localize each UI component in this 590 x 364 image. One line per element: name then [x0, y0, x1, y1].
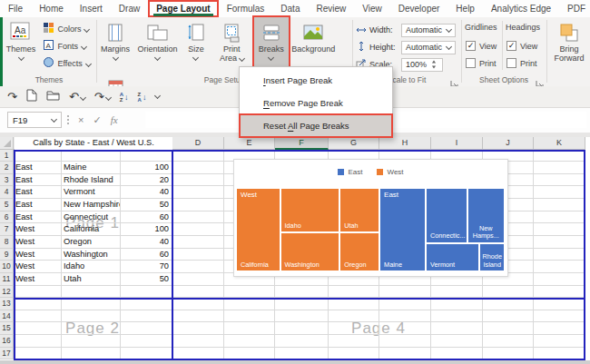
- customize-mode-button[interactable]: ↷: [7, 90, 17, 103]
- drag-handle-icon[interactable]: [67, 115, 69, 124]
- legend-item-east: East: [338, 168, 362, 176]
- treemap-tile-idaho[interactable]: Idaho: [280, 188, 340, 232]
- tab-review[interactable]: Review: [308, 0, 354, 17]
- sort-az-icon: ↓: [124, 93, 129, 102]
- treemap-tile-california[interactable]: WestCalifornia: [236, 188, 280, 271]
- gridlines-view-checkbox[interactable]: ✓View: [466, 38, 497, 54]
- effects-button[interactable]: Effects: [44, 55, 90, 71]
- column-header-j[interactable]: J: [483, 137, 534, 150]
- row-header-14[interactable]: 14: [0, 310, 14, 323]
- row-header-8[interactable]: 8: [0, 236, 14, 249]
- tab-formulas[interactable]: Formulas: [219, 0, 273, 17]
- treemap-tile-rhode-island[interactable]: Rhode Island: [479, 243, 505, 271]
- breaks-button[interactable]: Breaks: [254, 17, 289, 74]
- row-header-6[interactable]: 6: [0, 212, 14, 224]
- tab-developer[interactable]: Developer: [390, 0, 448, 17]
- themes-button[interactable]: Aa Themes: [2, 17, 40, 74]
- row-header-12[interactable]: 12: [0, 286, 14, 299]
- background-button[interactable]: Background: [292, 17, 334, 74]
- row-header-5[interactable]: 5: [0, 199, 14, 212]
- tab-insert[interactable]: Insert: [72, 0, 111, 17]
- qat-overflow-button[interactable]: [155, 95, 160, 98]
- sort-ascending-button[interactable]: AZ↓: [120, 92, 129, 103]
- sort-descending-button[interactable]: ZA↓: [138, 92, 147, 103]
- width-label: Width:: [369, 25, 398, 34]
- sheet-options-dialog-launcher-icon[interactable]: [536, 75, 545, 84]
- colors-button[interactable]: Colors: [44, 21, 90, 36]
- column-header-d[interactable]: D: [172, 137, 224, 150]
- menu-item-reset-all-page-breaks[interactable]: Reset All Page Breaks: [240, 114, 392, 137]
- tab-page-layout[interactable]: Page Layout: [148, 0, 218, 17]
- row-header-13[interactable]: 13: [0, 298, 14, 310]
- menu-item-insert-page-break[interactable]: Insert Page Break: [240, 69, 392, 92]
- row-header-11[interactable]: 11: [0, 273, 14, 286]
- size-button[interactable]: Size: [182, 17, 210, 74]
- row-header-3[interactable]: 3: [0, 174, 14, 187]
- treemap-tile-connectic-[interactable]: Connectic...: [426, 188, 467, 243]
- height-select[interactable]: Automatic: [401, 41, 456, 54]
- undo-button[interactable]: ↶: [69, 90, 85, 103]
- treemap-chart[interactable]: EastWest WestCaliforniaIdahoWashingtonUt…: [233, 159, 508, 277]
- treemap-tile-vermont[interactable]: Vermont: [426, 243, 479, 271]
- select-all-corner[interactable]: [0, 137, 14, 150]
- treemap-tile-oregon[interactable]: Oregon: [339, 232, 379, 271]
- row-header-15[interactable]: 15: [0, 322, 14, 335]
- new-file-button[interactable]: [26, 89, 37, 104]
- height-icon: [356, 39, 367, 55]
- tab-data[interactable]: Data: [272, 0, 308, 17]
- gridlines-print-checkbox[interactable]: Print: [466, 55, 497, 71]
- tab-draw[interactable]: Draw: [111, 0, 148, 17]
- tab-analytics-edge[interactable]: Analytics Edge: [483, 0, 559, 17]
- treemap-tile-washington[interactable]: Washington: [280, 232, 340, 271]
- tab-view[interactable]: View: [354, 0, 390, 17]
- page-break-line-horizontal[interactable]: [14, 298, 585, 300]
- insert-function-button[interactable]: fx: [111, 114, 118, 125]
- row-header-4[interactable]: 4: [0, 186, 14, 199]
- treemap-tile-new-hamps-[interactable]: New Hamps...: [467, 188, 505, 243]
- themes-group-label: Themes: [2, 75, 96, 84]
- headings-print-checkbox[interactable]: Print: [506, 55, 537, 71]
- scale-to-fit-dialog-launcher-icon[interactable]: [450, 75, 459, 84]
- column-header-k[interactable]: K: [534, 137, 585, 150]
- column-header-h[interactable]: H: [379, 137, 431, 150]
- menu-item-remove-page-break[interactable]: Remove Page Break: [240, 92, 392, 114]
- colors-label: Colors: [57, 25, 81, 34]
- page-break-line-vertical[interactable]: [172, 150, 173, 360]
- row-header-7[interactable]: 7: [0, 223, 14, 236]
- cancel-button[interactable]: ×: [78, 114, 84, 125]
- enter-button[interactable]: ✓: [93, 114, 101, 126]
- row-header-2[interactable]: 2: [0, 162, 14, 174]
- open-file-button[interactable]: [46, 90, 60, 103]
- margins-button[interactable]: Margins: [98, 17, 133, 74]
- column-header-i[interactable]: I: [431, 137, 483, 150]
- column-header-g[interactable]: G: [329, 137, 379, 150]
- themes-icon: Aa: [9, 21, 33, 44]
- treemap-tile-maine[interactable]: EastMaine: [379, 188, 426, 271]
- cell-a1-title[interactable]: Calls by State - East / West U.S.: [15, 137, 172, 150]
- breaks-dropdown-menu: Insert Page BreakRemove Page BreakReset …: [239, 66, 393, 138]
- row-header-10[interactable]: 10: [0, 261, 14, 273]
- treemap-tile-utah[interactable]: Utah: [339, 188, 379, 232]
- tab-help[interactable]: Help: [447, 0, 483, 17]
- name-box[interactable]: F19: [7, 112, 62, 128]
- print-area-button[interactable]: PrintArea: [213, 17, 250, 74]
- svg-text:Aa: Aa: [15, 25, 26, 35]
- tab-pdf[interactable]: PDF: [559, 0, 590, 17]
- scale-spinner[interactable]: 100%: [401, 58, 443, 72]
- column-header-f[interactable]: F: [275, 137, 329, 150]
- row-header-9[interactable]: 9: [0, 249, 14, 261]
- orientation-button[interactable]: Orientation: [136, 17, 178, 74]
- tab-file[interactable]: File: [0, 0, 31, 17]
- redo-button[interactable]: ↷: [94, 90, 111, 103]
- tab-home[interactable]: Home: [31, 0, 72, 17]
- headings-view-checkbox[interactable]: ✓View: [506, 38, 537, 54]
- mini-separator: [502, 21, 503, 70]
- width-select[interactable]: Automatic: [401, 24, 456, 37]
- row-header-16[interactable]: 16: [0, 335, 14, 348]
- row-header-1[interactable]: 1: [0, 150, 14, 162]
- column-header-e[interactable]: E: [224, 137, 275, 150]
- bring-forward-button[interactable]: BringForward: [548, 17, 590, 74]
- row-header-17[interactable]: 17: [0, 348, 14, 360]
- bring-forward-label: BringForward: [554, 44, 584, 63]
- fonts-button[interactable]: A Fonts: [44, 38, 90, 54]
